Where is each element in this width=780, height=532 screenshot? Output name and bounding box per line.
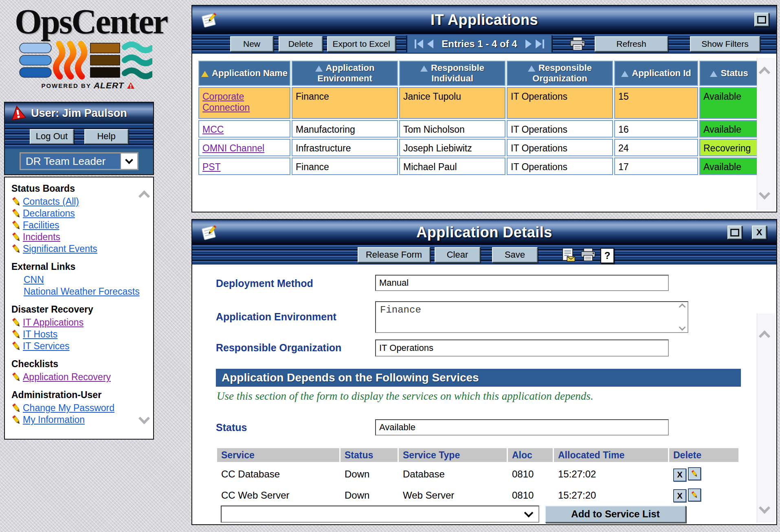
textarea-scrollbar[interactable]	[679, 304, 686, 330]
application-environment-label: Application Environment	[216, 311, 336, 323]
cell-service: CC Web Server	[217, 484, 339, 504]
delete-button[interactable]: Delete	[279, 36, 323, 52]
application-link[interactable]: Corporate Connection	[202, 91, 250, 113]
pencil-icon	[11, 244, 21, 254]
help-icon[interactable]: ?	[600, 248, 614, 263]
list-item: Contacts (All)	[11, 196, 153, 208]
nav-section-title: External Links	[11, 261, 153, 272]
table-row[interactable]: OMNI ChannelInfrastructureJoseph Liebiwi…	[198, 139, 759, 156]
sidebar-nav: Status BoardsContacts (All)DeclarationsF…	[4, 177, 154, 440]
cell-application-id: 17	[614, 158, 698, 175]
column-header[interactable]: Status	[699, 61, 759, 86]
sort-icon[interactable]	[621, 71, 628, 77]
first-page-icon[interactable]	[415, 39, 423, 48]
deployment-method-field[interactable]	[375, 275, 669, 291]
application-link[interactable]: PST	[202, 162, 221, 172]
responsible-organization-label: Responsible Organization	[216, 342, 341, 354]
export-to-excel-button[interactable]: Export to Excel	[327, 36, 395, 52]
refresh-button[interactable]: Refresh	[595, 36, 668, 52]
next-page-icon[interactable]	[525, 39, 532, 48]
role-select[interactable]: DR Team Leader	[20, 152, 138, 170]
sidebar-item-my-information[interactable]: My Information	[23, 414, 85, 425]
chevron-down-icon[interactable]	[120, 153, 137, 169]
sidebar-item-change-my-password[interactable]: Change My Password	[23, 403, 114, 414]
sort-icon[interactable]	[420, 66, 428, 72]
column-header: Allocated Time	[554, 448, 668, 462]
sidebar-item-incidents[interactable]: Incidents	[23, 232, 60, 243]
list-item: Application Recovery	[11, 371, 153, 383]
previous-page-icon[interactable]	[427, 39, 433, 48]
new-button[interactable]: New	[230, 36, 273, 52]
sidebar-item-national-weather-forecasts[interactable]: National Weather Forecasts	[24, 286, 140, 297]
column-header[interactable]: Responsible Individual	[399, 61, 505, 86]
application-link[interactable]: MCC	[202, 124, 224, 135]
help-button[interactable]: Help	[84, 129, 128, 144]
role-select-value: DR Team Leader	[21, 155, 120, 168]
clear-button[interactable]: Clear	[435, 247, 480, 263]
last-page-icon[interactable]	[536, 39, 544, 48]
list-item: IT Applications	[11, 317, 153, 328]
cell-application-id: 15	[614, 87, 698, 119]
table-row[interactable]: Corporate ConnectionFinanceJanice Tupolu…	[198, 87, 759, 119]
edit-service-button[interactable]	[688, 488, 701, 501]
sidebar-item-it-applications[interactable]: IT Applications	[23, 317, 83, 328]
table-row[interactable]: MCCManufactoringTom NicholsonIT Operatio…	[198, 120, 759, 138]
column-header[interactable]: Application Environment	[292, 61, 398, 86]
column-header[interactable]: Application Id	[614, 61, 698, 86]
list-item: Significant Events	[11, 243, 153, 255]
sidebar-item-application-recovery[interactable]: Application Recovery	[23, 372, 111, 383]
sidebar-item-contacts-all-[interactable]: Contacts (All)	[23, 196, 79, 207]
column-header[interactable]: Application Name	[198, 61, 290, 86]
save-button[interactable]: Save	[492, 247, 538, 263]
vertical-scrollbar[interactable]	[757, 58, 775, 210]
pencil-icon	[691, 470, 698, 477]
scroll-up-icon[interactable]	[759, 67, 770, 78]
close-button[interactable]: X	[752, 225, 767, 239]
scroll-up-icon[interactable]	[679, 304, 686, 311]
edit-service-button[interactable]	[688, 467, 701, 480]
print-icon[interactable]	[569, 37, 586, 53]
cell-individual: Joseph Liebiwitz	[399, 139, 505, 156]
vertical-scrollbar[interactable]	[757, 313, 775, 523]
status-field[interactable]	[375, 419, 669, 436]
scroll-up-icon[interactable]	[759, 331, 770, 342]
cell-individual: Tom Nicholson	[399, 120, 505, 138]
it-applications-titlebar: IT Applications	[192, 6, 776, 34]
print-icon[interactable]	[580, 247, 596, 264]
maximize-button[interactable]	[727, 225, 742, 239]
sidebar-item-it-services[interactable]: IT Services	[23, 341, 70, 352]
sort-icon[interactable]	[315, 66, 323, 72]
cell-aloc: 0810	[508, 484, 553, 504]
sort-icon[interactable]	[710, 71, 717, 77]
scroll-down-icon[interactable]	[759, 502, 770, 514]
delete-service-button[interactable]: X	[673, 469, 686, 482]
sidebar-item-it-hosts[interactable]: IT Hosts	[23, 329, 57, 340]
column-header[interactable]: Responsible Organization	[507, 61, 613, 86]
email-form-icon[interactable]	[560, 247, 576, 264]
logout-button[interactable]: Log Out	[30, 129, 74, 144]
service-select[interactable]	[221, 506, 539, 523]
scroll-down-icon[interactable]	[679, 324, 686, 331]
release-form-button[interactable]: Release Form	[358, 247, 430, 263]
show-filters-button[interactable]: Show Filters	[690, 36, 760, 52]
sidebar-item-declarations[interactable]: Declarations	[23, 208, 75, 219]
delete-service-button[interactable]: X	[673, 489, 686, 502]
list-item: CNN	[11, 274, 153, 286]
sidebar-item-facilities[interactable]: Facilities	[23, 220, 59, 231]
cell-individual: Janice Tupolu	[399, 87, 505, 119]
application-environment-field[interactable]: Finance	[376, 302, 688, 332]
scroll-down-icon[interactable]	[759, 188, 770, 199]
responsible-organization-field[interactable]	[375, 339, 669, 357]
application-link[interactable]: OMNI Channel	[202, 143, 264, 153]
alert-triangle-icon	[127, 82, 135, 89]
sidebar-item-cnn[interactable]: CNN	[24, 274, 44, 285]
add-to-service-list-button[interactable]: Add to Service List	[545, 506, 686, 523]
maximize-button[interactable]	[754, 13, 769, 26]
sort-icon[interactable]	[201, 71, 209, 77]
sort-icon[interactable]	[528, 66, 535, 72]
cell-service-type: Web Server	[399, 484, 507, 504]
application-details-titlebar: Application Details X	[192, 220, 776, 245]
table-row[interactable]: PSTFinanceMichael PaulIT Operations17Ava…	[198, 158, 759, 175]
pencil-icon	[11, 342, 21, 351]
sidebar-item-significant-events[interactable]: Significant Events	[23, 243, 97, 254]
